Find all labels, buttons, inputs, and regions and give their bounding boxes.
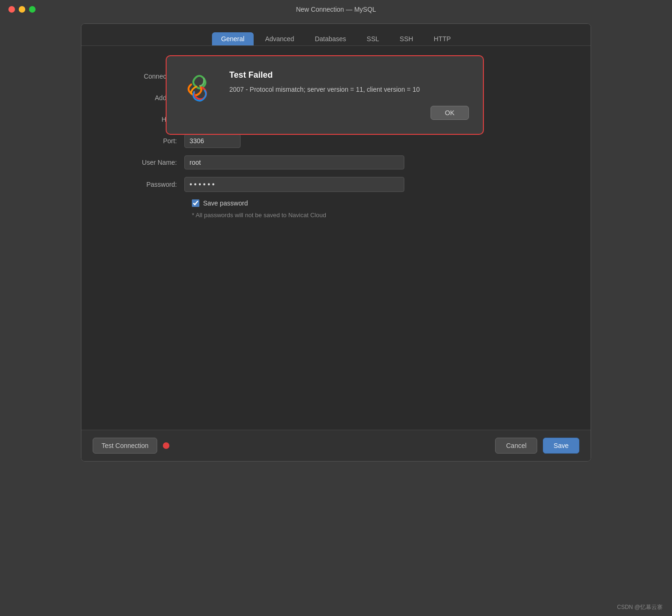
password-input[interactable] bbox=[184, 177, 404, 192]
window-title: New Connection — MySQL bbox=[296, 6, 376, 13]
port-input[interactable] bbox=[184, 134, 241, 148]
error-content: Test Failed 2007 - Protocol mismatch; se… bbox=[229, 70, 469, 120]
test-connection-button[interactable]: Test Connection bbox=[93, 438, 157, 454]
save-password-row: Save password bbox=[192, 199, 562, 207]
tab-ssl[interactable]: SSL bbox=[358, 32, 388, 45]
tab-http[interactable]: HTTP bbox=[424, 32, 460, 45]
password-label: Password: bbox=[110, 181, 184, 188]
traffic-lights bbox=[8, 6, 36, 13]
error-message: 2007 - Protocol mismatch; server version… bbox=[229, 85, 469, 95]
password-note: * All passwords will not be saved to Nav… bbox=[192, 212, 562, 219]
tab-general[interactable]: General bbox=[212, 32, 254, 45]
username-label: User Name: bbox=[110, 159, 184, 166]
maximize-button[interactable] bbox=[29, 6, 36, 13]
bottom-right: Cancel Save bbox=[495, 438, 579, 454]
bottom-bar: Test Connection Cancel Save bbox=[81, 430, 591, 461]
cancel-button[interactable]: Cancel bbox=[495, 438, 537, 454]
bottom-left: Test Connection bbox=[93, 438, 169, 454]
main-window: General Advanced Databases SSL SSH HTTP bbox=[81, 23, 591, 462]
watermark: CSDN @忆幕云寨 bbox=[617, 603, 663, 611]
save-password-checkbox[interactable] bbox=[192, 199, 199, 207]
tab-ssh[interactable]: SSH bbox=[390, 32, 423, 45]
save-password-label[interactable]: Save password bbox=[203, 199, 248, 207]
error-dialog: Test Failed 2007 - Protocol mismatch; se… bbox=[166, 55, 484, 135]
title-bar: New Connection — MySQL bbox=[0, 0, 672, 19]
username-input[interactable] bbox=[184, 155, 404, 169]
port-row: Port: bbox=[110, 134, 562, 148]
tab-advanced[interactable]: Advanced bbox=[256, 32, 303, 45]
connection-status-indicator bbox=[163, 442, 169, 449]
ok-button[interactable]: OK bbox=[431, 106, 469, 120]
minimize-button[interactable] bbox=[19, 6, 25, 13]
ok-button-row: OK bbox=[229, 106, 469, 120]
error-title: Test Failed bbox=[229, 70, 469, 80]
content-area: Test Failed 2007 - Protocol mismatch; se… bbox=[81, 46, 591, 430]
password-row: Password: bbox=[110, 177, 562, 192]
tab-bar: General Advanced Databases SSL SSH HTTP bbox=[81, 24, 591, 46]
port-label: Port: bbox=[110, 137, 184, 145]
save-button[interactable]: Save bbox=[543, 438, 579, 454]
close-button[interactable] bbox=[8, 6, 15, 13]
navicat-logo-icon bbox=[181, 70, 218, 108]
username-row: User Name: bbox=[110, 155, 562, 169]
tab-databases[interactable]: Databases bbox=[306, 32, 356, 45]
